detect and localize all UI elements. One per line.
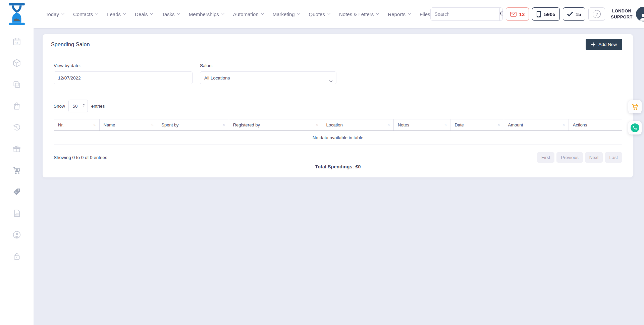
- salon-filter-label: Salon:: [200, 63, 336, 68]
- table-info: Showing 0 to 0 of 0 entries: [54, 155, 107, 160]
- phone-count: 5905: [544, 11, 555, 17]
- help-button[interactable]: ?: [588, 7, 605, 21]
- date-filter-label: View by date:: [54, 63, 193, 68]
- shopping-bag-icon: [12, 102, 21, 110]
- floating-phone-button[interactable]: [628, 121, 642, 134]
- table-column-header[interactable]: Actions: [569, 119, 622, 131]
- sort-arrows-icon: ↑↓: [562, 123, 565, 127]
- add-new-button[interactable]: Add New: [586, 39, 622, 50]
- copy-icon: [12, 80, 21, 89]
- pagination-button[interactable]: Next: [585, 152, 603, 163]
- sort-arrows-icon: ↑↓: [444, 123, 447, 127]
- avatar[interactable]: [636, 7, 644, 21]
- pagination: First Previous Next Last: [537, 152, 622, 163]
- sidebar-item-support[interactable]: [12, 230, 21, 239]
- chevron-down-icon: [95, 11, 99, 15]
- sort-arrows-icon: ↑↓: [223, 123, 225, 127]
- sidebar-item-cart[interactable]: [12, 166, 21, 175]
- main-content: Spending Salon Add New View by date: Sal…: [34, 28, 644, 325]
- nav-menu-item[interactable]: Contacts: [73, 11, 98, 17]
- chevron-down-icon: [376, 11, 379, 15]
- date-filter: View by date:: [54, 63, 193, 84]
- nav-menu-item[interactable]: Leads: [107, 11, 126, 17]
- filters: View by date: Salon: All Locations: [54, 63, 622, 84]
- table-column-header[interactable]: Amount ↑↓: [504, 119, 569, 131]
- date-input[interactable]: [54, 71, 193, 84]
- tasks-badge[interactable]: 15: [563, 7, 586, 21]
- empty-table-message: No data available in table: [54, 131, 622, 145]
- phone-icon: [631, 123, 639, 132]
- smartphone-icon: [536, 10, 541, 18]
- person-icon: [639, 12, 644, 21]
- phone-badge[interactable]: 5905: [532, 7, 559, 21]
- entries-label: entries: [91, 104, 105, 109]
- page-title: Spending Salon: [51, 42, 90, 48]
- floating-cart-button[interactable]: [628, 100, 642, 113]
- sort-arrows-icon: ↑↓: [151, 123, 154, 127]
- table-column-header[interactable]: Name ↑↓: [99, 119, 157, 131]
- spending-table: Nr. ↑↓ Name ↑↓: [54, 119, 622, 145]
- nav-menu-item[interactable]: Deals: [135, 11, 153, 17]
- search-button[interactable]: [499, 8, 503, 20]
- chevron-down-icon: [221, 11, 224, 15]
- table-column-header[interactable]: Nr. ↑↓: [54, 119, 100, 131]
- sidebar-item-price-tag[interactable]: $: [12, 187, 21, 197]
- navbar-right: 13 5905 15 ? LONDON SUPPORT: [430, 7, 644, 21]
- user-name: LONDON SUPPORT: [611, 8, 632, 20]
- nav-menu-item[interactable]: Notes & Letters: [339, 11, 379, 17]
- app-logo[interactable]: [0, 0, 34, 28]
- sidebar-item-gift[interactable]: [12, 144, 21, 154]
- pagination-button[interactable]: First: [537, 152, 554, 163]
- support-person-icon: [12, 230, 21, 239]
- sidebar-item-lock[interactable]: [12, 252, 21, 261]
- chevron-down-icon: [408, 11, 411, 15]
- sidebar-item-report[interactable]: [12, 209, 21, 218]
- table-column-header[interactable]: Notes ↑↓: [393, 119, 450, 131]
- table-column-header[interactable]: Registered by ↑↓: [229, 119, 322, 131]
- sidebar-item-package[interactable]: [12, 58, 21, 68]
- nav-menu-item[interactable]: Marketing: [273, 11, 300, 17]
- top-navbar: Today Contacts Leads Deals Tasks: [34, 0, 644, 28]
- checkmark-icon: [567, 12, 573, 16]
- sidebar-item-history[interactable]: [12, 123, 21, 132]
- history-icon: [12, 123, 21, 132]
- nav-menu-item[interactable]: Reports: [388, 11, 411, 17]
- total-spendings: Total Spendings: £0: [54, 164, 622, 169]
- salon-select[interactable]: All Locations: [200, 71, 336, 84]
- plus-icon: [591, 42, 595, 47]
- nav-menu-item[interactable]: Quotes: [309, 11, 330, 17]
- sidebar-item-copy[interactable]: [12, 80, 21, 89]
- nav-menu-item[interactable]: Today: [46, 11, 64, 17]
- user-menu[interactable]: LONDON SUPPORT: [611, 7, 644, 21]
- envelope-icon: [510, 12, 517, 17]
- nav-menu-item[interactable]: Automation: [233, 11, 264, 17]
- main-menu: Today Contacts Leads Deals Tasks: [46, 11, 430, 17]
- table-column-header[interactable]: Date ↑↓: [450, 119, 504, 131]
- nav-menu-item[interactable]: Files: [420, 11, 430, 17]
- pagination-button[interactable]: Previous: [556, 152, 583, 163]
- messages-badge[interactable]: 13: [506, 7, 529, 21]
- show-label: Show: [54, 104, 65, 109]
- sidebar-item-calendar[interactable]: 12: [12, 37, 21, 46]
- table-column-header[interactable]: Spent by ↑↓: [157, 119, 229, 131]
- sidebar-item-shopping-bag[interactable]: [12, 101, 21, 111]
- search-input[interactable]: [431, 11, 499, 17]
- calendar-icon: 12: [12, 37, 21, 46]
- spending-card: Spending Salon Add New View by date: Sal…: [43, 34, 633, 177]
- card-body: View by date: Salon: All Locations Show: [43, 55, 633, 177]
- svg-text:12: 12: [15, 42, 18, 45]
- sort-arrows-icon: ↑↓: [387, 123, 390, 127]
- lock-icon: [12, 252, 21, 261]
- gift-icon: [12, 145, 21, 153]
- card-header: Spending Salon Add New: [43, 34, 633, 55]
- cart-icon: [12, 166, 21, 175]
- price-tag-icon: $: [12, 187, 21, 196]
- nav-menu-item[interactable]: Memberships: [189, 11, 224, 17]
- nav-menu-item[interactable]: Tasks: [162, 11, 179, 17]
- table-column-header[interactable]: Location ↑↓: [322, 119, 393, 131]
- tasks-count: 15: [576, 11, 581, 17]
- chevron-down-icon: [150, 11, 153, 15]
- pagination-button[interactable]: Last: [605, 152, 622, 163]
- sort-arrows-icon: ↑↓: [93, 123, 96, 127]
- page-size-select[interactable]: 50: [68, 100, 88, 112]
